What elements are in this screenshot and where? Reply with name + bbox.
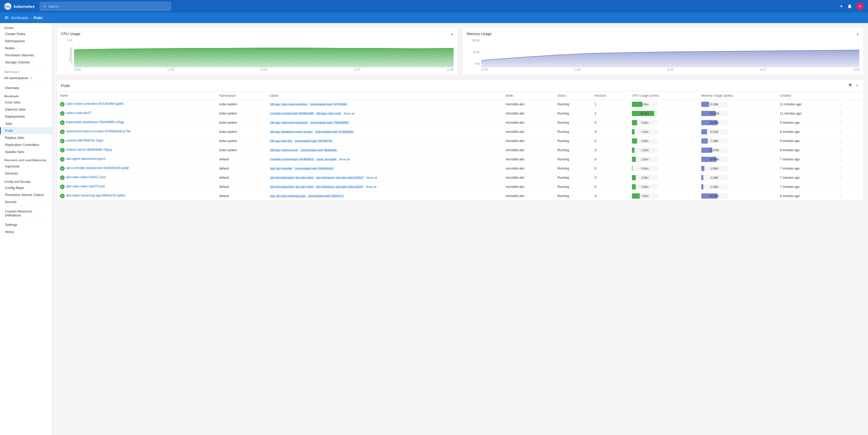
pod-more-actions-button[interactable]: ⋮ [837, 138, 845, 144]
pod-restarts-cell: 2 [591, 109, 628, 118]
pod-memory-cell: 24.00Mi [698, 118, 777, 127]
pod-name-link[interactable]: akri-udev-video-018417-pod [66, 175, 105, 179]
pod-more-actions-button[interactable]: ⋮ [837, 147, 845, 153]
search-bar[interactable] [40, 2, 170, 10]
pod-name-link[interactable]: coredns-86f78bb79c-2kgl2 [66, 139, 103, 142]
pod-cpu-cell: 5.00m [629, 118, 698, 127]
pod-name-link[interactable]: dashboard-metrics-scraper-6c4568dc68-tz7… [66, 129, 131, 133]
cpu-bar-container: 5.00m [632, 120, 658, 125]
breadcrumb-workloads[interactable]: Workloads [11, 16, 28, 20]
sidebar-item-pods[interactable]: Pods [0, 127, 52, 134]
sidebar-item-daemon-sets[interactable]: Daemon Sets [0, 106, 52, 113]
pod-namespace-cell: kube-system [216, 109, 266, 118]
table-row: kubernetes-dashboard-7ffd448895-nz5gp ku… [57, 118, 864, 127]
pod-created-cell: 11 minutes ago [777, 109, 835, 118]
collapse-icon[interactable] [855, 83, 859, 88]
cpu-value: 2.00m [641, 158, 649, 161]
sidebar-item-deployments[interactable]: Deployments [0, 113, 52, 120]
pod-status-cell: Running [554, 173, 591, 182]
pod-more-actions-button[interactable]: ⋮ [837, 175, 845, 181]
pod-status-icon [60, 148, 65, 152]
table-row: akri-udev-video-aa247f-pod defaultakri.s… [57, 182, 864, 192]
search-input[interactable] [48, 4, 168, 8]
pod-name-container: akri-controller-deployment-5b4bb5cbb5-g8… [60, 166, 213, 171]
pod-restarts-cell: 0 [591, 127, 628, 137]
label-chip: controller-revision-hash: 64c46696c9 [269, 158, 315, 161]
sidebar-item-crd[interactable]: Custom Resource Definitions [0, 208, 52, 219]
pod-name-cell: calico-node-pxc57 [57, 109, 216, 118]
sidebar-item-cluster-roles[interactable]: Cluster Roles [0, 30, 52, 37]
sidebar-item-nodes[interactable]: Nodes [0, 45, 52, 52]
pod-name-link[interactable]: calico-kube-controllers-847c8c99d-bg9k5 [66, 102, 124, 106]
sidebar-item-namespaces[interactable]: Namespaces [0, 37, 52, 45]
label-chip: k8s-app: dashboard-metrics-scraper [269, 130, 314, 134]
memory-chart-collapse-button[interactable]: ▲ [856, 32, 859, 36]
pod-name-link[interactable]: akri-udev-video-aa247f-pod [66, 184, 105, 188]
show-all-link[interactable]: Show all [366, 176, 377, 179]
menu-icon[interactable] [4, 15, 9, 21]
label-chip: akri.sh/configuration: akri-udev-video [269, 185, 314, 189]
mem-bar-container: 12.67Mi [701, 148, 727, 153]
sidebar-item-ingresses[interactable]: Ingresses [0, 163, 52, 170]
pod-more-actions-button[interactable]: ⋮ [837, 156, 845, 163]
cpu-bar-container: 2.00m [632, 157, 658, 162]
sidebar-item-cron-jobs[interactable]: Cron Jobs [0, 99, 52, 106]
mem-y-axis: 100 Mi 50 Mi 0 Mi [467, 39, 481, 70]
namespace-dropdown[interactable]: All namespaces [0, 76, 52, 82]
pod-name-link[interactable]: calico-node-pxc57 [66, 111, 92, 115]
sidebar-item-overview[interactable]: Overview [0, 84, 52, 91]
mem-bar [701, 184, 703, 190]
pod-name-link[interactable]: akri-agent-daemonset-pqrc2 [66, 157, 106, 161]
pod-memory-cell: 12.67Mi [698, 146, 777, 155]
pod-name-cell: metrics-server-8bbfb4bdb-74gsg [57, 146, 216, 155]
pod-more-actions-button[interactable]: ⋮ [837, 193, 845, 199]
sidebar-item-about[interactable]: About [0, 228, 52, 235]
pod-more-actions-button[interactable]: ⋮ [837, 184, 845, 190]
show-all-link[interactable]: Show all [339, 158, 350, 161]
pod-memory-cell: 14.33Mi [698, 109, 777, 118]
show-all-link[interactable]: Show all [365, 185, 376, 188]
pod-more-actions-button[interactable]: ⋮ [837, 101, 845, 108]
cpu-chart-collapse-button[interactable]: ▲ [450, 32, 454, 36]
sidebar-item-persistent-volumes[interactable]: Persistent Volumes [0, 52, 52, 59]
pod-name-link[interactable]: akri-controller-deployment-5b4bb5cbb5-g8… [66, 166, 129, 170]
pod-more-actions-button[interactable]: ⋮ [837, 165, 845, 172]
sidebar-item-services[interactable]: Services [0, 170, 52, 177]
sidebar-item-storage-classes[interactable]: Storage Classes [0, 59, 52, 66]
sidebar-item-settings[interactable]: Settings [0, 221, 52, 228]
cpu-chart-inner: CPU (cores) [74, 39, 454, 70]
pod-name-link[interactable]: metrics-server-8bbfb4bdb-74gsg [66, 148, 112, 151]
pod-more-actions-button[interactable]: ⋮ [837, 129, 845, 135]
pod-more-actions-button[interactable]: ⋮ [837, 110, 845, 117]
sidebar-item-stateful-sets[interactable]: Stateful Sets [0, 148, 52, 155]
pod-name-link[interactable]: kubernetes-dashboard-7ffd448895-nz5gp [66, 120, 124, 124]
pod-status-icon [60, 129, 65, 134]
pod-name-link[interactable]: akri-video-streaming-app-fd5f4cb7d-5p95x [66, 194, 125, 197]
pod-created-cell: 8 minutes ago [777, 146, 835, 155]
pod-memory-cell: 18.95Mi [698, 155, 777, 164]
cpu-x-label-1: 11:25 [167, 68, 174, 71]
cpu-value: 2.00m [641, 176, 649, 179]
sidebar-item-replica-sets[interactable]: Replica Sets [0, 134, 52, 141]
table-row: akri-agent-daemonset-pqrc2 defaultcontro… [57, 155, 864, 164]
sidebar-item-persistent-volume-claims[interactable]: Persistent Volume Claims [0, 191, 52, 198]
memory-chart-inner: 11:24 11:25 11:26 11:27 11:28 [481, 39, 859, 70]
pod-actions-cell: ⋮ [834, 146, 864, 155]
cpu-bar [632, 194, 640, 199]
sidebar-item-replication-controllers[interactable]: Replication Controllers [0, 141, 52, 148]
cpu-bar [632, 166, 632, 171]
pod-cpu-cell: 0.00m [629, 164, 698, 173]
mem-bar [701, 102, 709, 107]
filter-icon[interactable] [848, 83, 852, 88]
pod-name-cell: akri-video-streaming-app-fd5f4cb7d-5p95x [57, 192, 216, 201]
cpu-bar [632, 175, 636, 180]
pod-more-actions-button[interactable]: ⋮ [837, 119, 845, 126]
pod-namespace-cell: kube-system [216, 146, 266, 155]
notification-bell-icon[interactable] [847, 4, 852, 9]
user-avatar[interactable]: A [857, 3, 864, 10]
sidebar-item-config-maps[interactable]: Config Maps [0, 184, 52, 191]
add-button[interactable]: + [839, 3, 843, 10]
sidebar-item-secrets[interactable]: Secrets [0, 198, 52, 205]
sidebar-item-jobs[interactable]: Jobs [0, 120, 52, 127]
show-all-link[interactable]: Show all [344, 112, 355, 115]
